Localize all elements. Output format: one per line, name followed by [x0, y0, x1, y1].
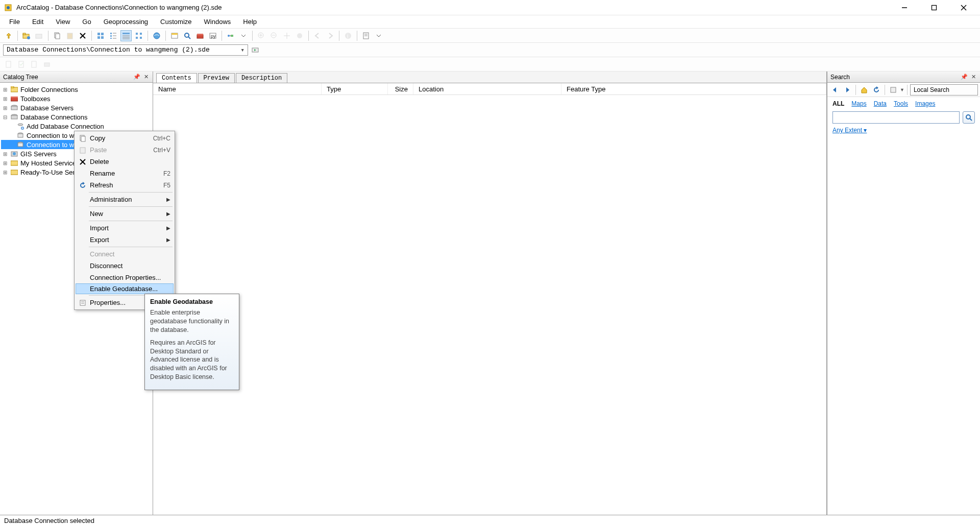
search-scope-label: Local Search [914, 86, 949, 93]
dropdown2-icon[interactable] [373, 30, 384, 41]
svg-rect-89 [80, 300, 85, 305]
svg-rect-68 [11, 115, 17, 119]
standard-toolbar: py i [0, 29, 980, 43]
search-scope-combo[interactable]: Local Search [910, 84, 978, 95]
python-window-icon[interactable]: py [207, 30, 218, 41]
modelbuilder-icon[interactable] [225, 30, 236, 41]
tab-contents[interactable]: Contents [156, 73, 197, 83]
tree-toolboxes[interactable]: ⊞Toolboxes [1, 94, 152, 103]
zoom-out-icon [268, 30, 280, 41]
cm-new[interactable]: New▶ [76, 208, 174, 220]
location-box[interactable]: Database Connections\Connection to wangm… [3, 44, 248, 56]
minimize-button[interactable] [894, 1, 915, 15]
panel-close-icon[interactable]: ✕ [142, 74, 150, 81]
search-go-button[interactable] [963, 111, 975, 124]
search-input[interactable] [832, 111, 960, 124]
cm-connect: Connect [76, 248, 174, 260]
cm-export[interactable]: Export▶ [76, 234, 174, 246]
svg-line-83 [970, 118, 972, 121]
go-icon[interactable] [250, 44, 261, 56]
export-metadata-icon [29, 59, 40, 70]
copy-icon[interactable] [52, 30, 63, 41]
search-tab-all[interactable]: ALL [832, 100, 844, 107]
catalog-tree-header: Catalog Tree 📌 ✕ [0, 71, 153, 83]
svg-rect-59 [32, 61, 36, 67]
cm-refresh[interactable]: RefreshF5 [76, 179, 174, 191]
print-metadata-icon [41, 59, 53, 70]
menu-go[interactable]: Go [77, 16, 96, 27]
details-icon[interactable] [120, 30, 132, 41]
search-close-icon[interactable]: ✕ [970, 74, 977, 81]
db-server-icon [10, 104, 18, 112]
close-button[interactable] [953, 1, 974, 15]
menu-help[interactable]: Help [238, 16, 262, 27]
col-name[interactable]: Name [153, 83, 322, 94]
tree-database-connections[interactable]: ⊟Database Connections [1, 112, 152, 122]
search-pin-icon[interactable]: 📌 [961, 74, 968, 81]
autohide-pin-icon[interactable]: 📌 [133, 74, 140, 81]
item-description-icon[interactable] [360, 30, 372, 41]
svg-point-82 [966, 115, 970, 119]
search-back-icon[interactable] [829, 84, 841, 95]
col-feature-type[interactable]: Feature Type [561, 83, 826, 94]
menu-view[interactable]: View [51, 16, 75, 27]
tree-add-db-connection[interactable]: Add Database Connection [1, 122, 152, 131]
cm-import[interactable]: Import▶ [76, 222, 174, 234]
search-refresh-icon[interactable] [871, 84, 882, 95]
location-dropdown-icon[interactable]: ▾ [240, 46, 244, 54]
search-options-dd[interactable]: ▼ [900, 87, 904, 92]
cm-rename[interactable]: RenameF2 [76, 168, 174, 179]
tree-database-servers[interactable]: ⊞Database Servers [1, 103, 152, 112]
large-icons-icon[interactable] [95, 30, 106, 41]
search-extent-link[interactable]: Any Extent ▾ [832, 127, 867, 134]
refresh-icon [78, 182, 88, 189]
launch-arcmap-icon[interactable] [151, 30, 162, 41]
list-body[interactable] [153, 95, 826, 515]
svg-point-50 [297, 33, 302, 38]
svg-rect-21 [110, 38, 112, 39]
cm-connection-properties[interactable]: Connection Properties... [76, 272, 174, 283]
search-window-icon[interactable] [182, 30, 193, 41]
tab-description[interactable]: Description [236, 73, 287, 83]
zoom-in-icon [256, 30, 267, 41]
svg-point-8 [27, 36, 30, 39]
cm-disconnect[interactable]: Disconnect [76, 260, 174, 272]
context-menu: CopyCtrl+C PasteCtrl+V Delete RenameF2 R… [74, 131, 175, 310]
cm-delete[interactable]: Delete [76, 156, 174, 168]
menu-edit[interactable]: Edit [27, 16, 48, 27]
search-tab-images[interactable]: Images [915, 100, 935, 107]
catalog-window-icon[interactable] [169, 30, 180, 41]
search-forward-icon[interactable] [842, 84, 853, 95]
maximize-button[interactable] [924, 1, 944, 15]
svg-rect-15 [97, 33, 100, 35]
dropdown-icon[interactable] [238, 30, 249, 41]
col-size[interactable]: Size [388, 83, 413, 94]
chevron-right-icon: ▶ [166, 225, 170, 231]
search-options-icon[interactable] [888, 84, 899, 95]
search-tab-data[interactable]: Data [874, 100, 887, 107]
cm-copy[interactable]: CopyCtrl+C [76, 132, 174, 144]
svg-rect-35 [172, 33, 178, 35]
col-location[interactable]: Location [413, 83, 561, 94]
back-icon [312, 30, 323, 41]
menu-file[interactable]: File [4, 16, 25, 27]
connect-folder-icon[interactable] [21, 30, 32, 41]
svg-rect-3 [932, 5, 937, 10]
menu-windows[interactable]: Windows [199, 16, 236, 27]
tab-preview[interactable]: Preview [198, 73, 235, 83]
menu-geoprocessing[interactable]: Geoprocessing [99, 16, 153, 27]
search-home-icon[interactable] [859, 84, 870, 95]
col-type[interactable]: Type [322, 83, 388, 94]
arctoolbox-icon[interactable] [194, 30, 206, 41]
search-tab-tools[interactable]: Tools [894, 100, 908, 107]
cm-administration[interactable]: Administration▶ [76, 194, 174, 205]
list-icon[interactable] [108, 30, 119, 41]
search-tab-maps[interactable]: Maps [851, 100, 866, 107]
delete-icon[interactable] [77, 30, 88, 41]
menu-customize[interactable]: Customize [155, 16, 197, 27]
svg-text:i: i [347, 33, 348, 39]
cm-enable-geodatabase[interactable]: Enable Geodatabase... [76, 283, 174, 294]
tree-folder-connections[interactable]: ⊞Folder Connections [1, 85, 152, 94]
thumbnails-icon[interactable] [133, 30, 144, 41]
up-one-level-icon[interactable] [3, 30, 14, 41]
